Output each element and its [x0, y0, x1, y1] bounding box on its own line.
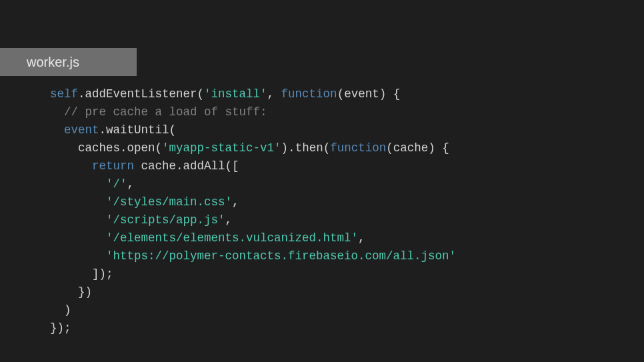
code-line: return cache.addAll([ [50, 159, 239, 173]
code-line: }); [50, 321, 71, 335]
code-line: self.addEventListener('install', functio… [50, 87, 400, 101]
code-editor[interactable]: self.addEventListener('install', functio… [50, 85, 456, 337]
code-line: '/styles/main.css', [50, 195, 239, 209]
code-line: // pre cache a load of stuff: [50, 105, 267, 119]
code-line: ) [50, 303, 71, 317]
file-tab-label: worker.js [27, 55, 79, 70]
code-line: caches.open('myapp-static-v1').then(func… [50, 141, 449, 155]
code-line: ]); [50, 267, 113, 281]
code-line: '/', [50, 177, 134, 191]
file-tab[interactable]: worker.js [0, 48, 137, 76]
code-line: '/elements/elements.vulcanized.html', [50, 231, 365, 245]
code-line: 'https://polymer-contacts.firebaseio.com… [50, 249, 456, 263]
code-line: '/scripts/app.js', [50, 213, 232, 227]
code-line: event.waitUntil( [50, 123, 176, 137]
code-line: }) [50, 285, 92, 299]
